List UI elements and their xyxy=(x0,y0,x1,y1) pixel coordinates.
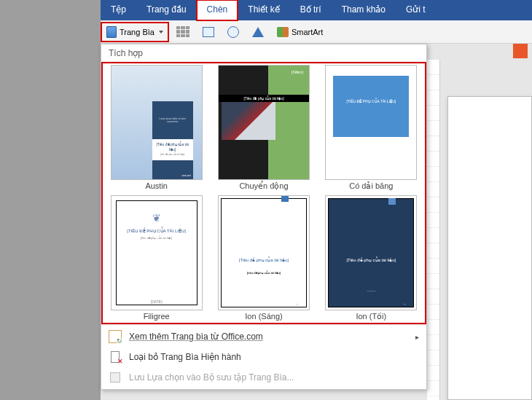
picture-icon xyxy=(203,27,214,37)
tab-layout[interactable]: Bố trí xyxy=(290,0,332,20)
cover-ion-dark[interactable]: [Tiêu đề phụ của tài liệu] ——— — Ion (Tố… xyxy=(321,195,422,323)
ornament-icon: ❦ xyxy=(112,212,202,224)
ribbon-toolbar: Trang Bìa SmartArt xyxy=(101,20,532,44)
table-button[interactable] xyxy=(172,23,194,41)
cover-page-label: Trang Bìa xyxy=(120,28,154,36)
cover-filigree-thumb: ❦ [TIÊU ĐỀ PHỤ CỦA TÀI LIỆU] [tiêu đề ph… xyxy=(111,195,203,310)
ion-l-title: [Tiêu đề phụ của tài liệu] xyxy=(232,257,296,263)
remove-cover-label: Loại bỏ Trang Bìa Hiện hành xyxy=(129,352,241,362)
cover-page-button[interactable]: Trang Bìa xyxy=(102,23,168,41)
office-refresh-icon xyxy=(109,330,122,343)
cover-motion-thumb: [Năm] [Tiêu đề phụ của tài liệu] xyxy=(218,65,310,180)
fil-title: [TIÊU ĐỀ PHỤ CỦA TÀI LIỆU] xyxy=(112,228,202,233)
tab-references[interactable]: Tham khảo xyxy=(332,0,396,20)
cover-austin[interactable]: Lorem ipsum dolor sit amet consectetur [… xyxy=(106,65,207,192)
save-selection-gallery: Lưu Lựa chọn vào Bộ sưu tập Trang Bìa... xyxy=(101,367,426,388)
document-page[interactable] xyxy=(447,96,532,400)
cover-page-dropdown: Tích hợp Lorem ipsum dolor sit amet cons… xyxy=(101,44,427,390)
austin-bot: xxx-xxi xyxy=(152,160,193,179)
cover-motion[interactable]: [Năm] [Tiêu đề phụ của tài liệu] Chuyển … xyxy=(213,65,314,192)
cover-filigree[interactable]: ❦ [TIÊU ĐỀ PHỤ CỦA TÀI LIỆU] [tiêu đề ph… xyxy=(106,195,207,323)
save-gallery-icon xyxy=(109,371,122,384)
austin-title: [Tiêu đề phụ của tài liệu] xyxy=(155,142,190,152)
gallery-highlight-box: Lorem ipsum dolor sit amet consectetur [… xyxy=(101,62,426,324)
gallery-section-header: Tích hợp xyxy=(101,44,426,62)
cover-ion-light-thumb: [Tiêu đề phụ của tài liệu] [tiêu đề phụ … xyxy=(218,195,310,310)
banner-title: [TIÊU ĐỀ PHỤ CỦA TÀI LIỆU] xyxy=(326,99,416,103)
cover-austin-thumb: Lorem ipsum dolor sit amet consectetur [… xyxy=(111,65,203,180)
fil-bot: [DATE] xyxy=(112,299,202,304)
remove-cover-page[interactable]: Loại bỏ Trang Bìa Hiện hành xyxy=(101,347,426,367)
shapes-icon xyxy=(227,26,239,38)
cover-ion-dark-label: Ion (Tối) xyxy=(321,312,422,323)
pictures-button[interactable] xyxy=(198,23,219,41)
tab-file[interactable]: Tệp xyxy=(101,0,136,20)
cover-page-gallery: Lorem ipsum dolor sit amet consectetur [… xyxy=(106,65,422,323)
remove-page-icon xyxy=(109,350,122,364)
austin-sub: [tiêu đề phụ của tài liệu] xyxy=(155,152,190,157)
cover-banded[interactable]: [TIÊU ĐỀ PHỤ CỦA TÀI LIỆU] Có dải băng xyxy=(321,65,422,192)
cover-austin-label: Austin xyxy=(106,181,207,192)
save-selection-label: Lưu Lựa chọn vào Bộ sưu tập Trang Bìa... xyxy=(129,372,294,383)
chart-icon xyxy=(252,27,264,37)
document-area xyxy=(427,44,532,400)
cover-banded-thumb: [TIÊU ĐỀ PHỤ CỦA TÀI LIỆU] xyxy=(325,65,417,180)
fil-sub: [tiêu đề phụ của tài liệu] xyxy=(112,236,202,240)
smartart-label: SmartArt xyxy=(292,28,323,36)
motion-year: [Năm] xyxy=(292,70,303,74)
cover-banded-label: Có dải băng xyxy=(321,181,422,192)
caret-down-icon xyxy=(159,31,163,34)
cover-filigree-label: Filigree xyxy=(106,312,207,322)
tab-home[interactable]: Trang đầu xyxy=(136,0,197,20)
office-addin-icon[interactable] xyxy=(513,44,528,58)
shapes-button[interactable] xyxy=(223,23,243,41)
tab-insert[interactable]: Chèn xyxy=(197,0,238,20)
cover-ion-light-label: Ion (Sáng) xyxy=(213,312,314,322)
more-from-office-label: Xem thêm Trang bìa từ Office.com xyxy=(129,332,263,342)
dropdown-footer: Xem thêm Trang bìa từ Office.com ▸ Loại … xyxy=(101,324,426,389)
chart-button[interactable] xyxy=(248,23,268,41)
table-icon xyxy=(176,26,189,38)
ion-l-sub: [tiêu đề phụ của tài liệu] xyxy=(232,271,296,275)
cover-page-icon xyxy=(106,26,117,38)
more-from-office[interactable]: Xem thêm Trang bìa từ Office.com ▸ xyxy=(101,326,426,347)
cover-ion-dark-thumb: [Tiêu đề phụ của tài liệu] ——— — xyxy=(325,195,417,310)
cover-motion-label: Chuyển động xyxy=(213,181,314,192)
motion-band: [Tiêu đề phụ của tài liệu] xyxy=(219,95,309,102)
smartart-icon xyxy=(277,27,289,37)
ion-d-title: [Tiêu đề phụ của tài liệu] xyxy=(339,257,403,262)
tab-mailings[interactable]: Gửi t xyxy=(396,0,436,20)
smartart-button[interactable]: SmartArt xyxy=(273,23,327,41)
ribbon-tabs: Tệp Trang đầu Chèn Thiết kế Bố trí Tham … xyxy=(101,0,532,20)
chevron-right-icon: ▸ xyxy=(415,333,419,341)
tab-design[interactable]: Thiết kế xyxy=(238,0,289,20)
cover-ion-light[interactable]: [Tiêu đề phụ của tài liệu] [tiêu đề phụ … xyxy=(213,195,314,323)
vertical-ruler xyxy=(427,60,440,400)
